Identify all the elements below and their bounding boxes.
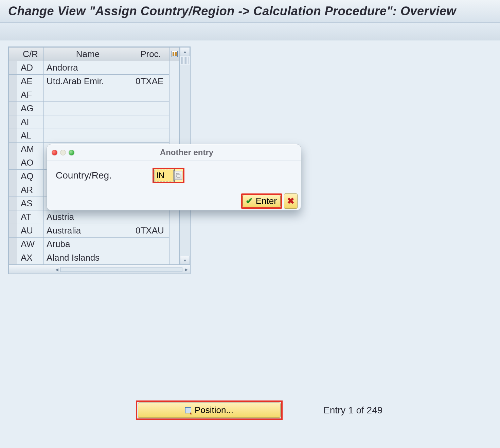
value-help-button[interactable] xyxy=(174,171,182,180)
cell-name[interactable] xyxy=(44,115,132,129)
enter-button-label: Enter xyxy=(256,196,277,206)
position-button[interactable]: Position... xyxy=(138,403,281,418)
toolbar xyxy=(0,23,500,40)
row-selector[interactable] xyxy=(9,170,17,183)
entry-status: Entry 1 of 249 xyxy=(323,405,382,416)
cell-proc[interactable] xyxy=(132,210,169,224)
cell-proc[interactable]: 0TXAU xyxy=(132,224,169,238)
page-title: Change View "Assign Country/Region -> Ca… xyxy=(0,0,500,23)
another-entry-dialog: Another entry Country/Reg. ✔ Enter ✖ xyxy=(47,144,301,210)
table-row[interactable]: AXAland Islands xyxy=(9,251,180,265)
row-selector[interactable] xyxy=(9,75,17,88)
row-selector[interactable] xyxy=(9,129,17,143)
cell-name[interactable]: Aruba xyxy=(44,238,132,251)
enter-button[interactable]: ✔ Enter xyxy=(243,195,281,207)
cell-cr[interactable]: AE xyxy=(17,75,44,88)
cell-cr[interactable]: AW xyxy=(17,238,44,251)
cell-proc[interactable] xyxy=(132,129,169,143)
table-row[interactable]: AWAruba xyxy=(9,238,180,251)
country-reg-label: Country/Reg. xyxy=(56,170,112,181)
horizontal-scrollbar[interactable]: ◂ ▸ xyxy=(9,265,190,274)
col-name[interactable]: Name xyxy=(44,48,132,61)
row-selector[interactable] xyxy=(9,183,17,197)
row-selector[interactable] xyxy=(9,115,17,129)
row-selector[interactable] xyxy=(9,156,17,170)
scroll-left-icon[interactable]: ◂ xyxy=(53,266,60,273)
table-row[interactable]: AI xyxy=(9,115,180,129)
cell-name[interactable] xyxy=(44,129,132,143)
dialog-title: Another entry xyxy=(77,148,296,157)
table-row[interactable]: AUAustralia0TXAU xyxy=(9,224,180,238)
cell-cr[interactable]: AX xyxy=(17,251,44,265)
table-config-icon xyxy=(172,51,178,57)
row-selector[interactable] xyxy=(9,88,17,102)
row-selector[interactable] xyxy=(9,61,17,75)
value-help-icon xyxy=(176,173,181,178)
col-select[interactable] xyxy=(9,48,17,61)
cell-cr[interactable]: AQ xyxy=(17,170,44,183)
cell-cr[interactable]: AU xyxy=(17,224,44,238)
cell-name[interactable] xyxy=(44,88,132,102)
scroll-up-icon[interactable]: ▴ xyxy=(180,47,190,56)
table-row[interactable]: ATAustria xyxy=(9,210,180,224)
col-cr[interactable]: C/R xyxy=(17,48,44,61)
hscroll-track[interactable] xyxy=(60,267,182,272)
cancel-button[interactable]: ✖ xyxy=(284,193,298,209)
cell-proc[interactable] xyxy=(132,88,169,102)
table-row[interactable]: AF xyxy=(9,88,180,102)
cell-cr[interactable]: AS xyxy=(17,197,44,210)
cell-name[interactable]: Aland Islands xyxy=(44,251,132,265)
svg-rect-1 xyxy=(177,174,180,178)
cell-name[interactable]: Utd.Arab Emir. xyxy=(44,75,132,88)
row-selector[interactable] xyxy=(9,143,17,156)
cell-name[interactable] xyxy=(44,102,132,115)
table-config-button[interactable] xyxy=(169,48,180,61)
row-selector[interactable] xyxy=(9,197,17,210)
position-button-label: Position... xyxy=(195,405,233,415)
row-selector[interactable] xyxy=(9,251,17,265)
cell-cr[interactable]: AR xyxy=(17,183,44,197)
country-reg-input[interactable] xyxy=(155,170,174,181)
col-proc[interactable]: Proc. xyxy=(132,48,169,61)
cell-name[interactable]: Australia xyxy=(44,224,132,238)
cell-proc[interactable] xyxy=(132,102,169,115)
cell-proc[interactable] xyxy=(132,238,169,251)
window-minimize-icon xyxy=(60,150,66,155)
row-selector[interactable] xyxy=(9,224,17,238)
cell-cr[interactable]: AF xyxy=(17,88,44,102)
cell-name[interactable]: Austria xyxy=(44,210,132,224)
cell-cr[interactable]: AO xyxy=(17,156,44,170)
cell-cr[interactable]: AI xyxy=(17,115,44,129)
scroll-down-icon[interactable]: ▾ xyxy=(180,256,190,265)
scroll-thumb[interactable] xyxy=(181,57,189,64)
cell-cr[interactable]: AT xyxy=(17,210,44,224)
cell-cr[interactable]: AM xyxy=(17,143,44,156)
cancel-icon: ✖ xyxy=(287,196,294,206)
cell-cr[interactable]: AD xyxy=(17,61,44,75)
row-selector[interactable] xyxy=(9,210,17,224)
cell-proc[interactable] xyxy=(132,115,169,129)
scroll-right-icon[interactable]: ▸ xyxy=(182,266,190,273)
table-row[interactable]: AEUtd.Arab Emir.0TXAE xyxy=(9,75,180,88)
window-close-icon[interactable] xyxy=(52,150,57,155)
row-selector[interactable] xyxy=(9,102,17,115)
cell-cr[interactable]: AG xyxy=(17,102,44,115)
window-zoom-icon[interactable] xyxy=(69,150,74,155)
check-icon: ✔ xyxy=(246,196,253,206)
table-row[interactable]: AG xyxy=(9,102,180,115)
cell-proc[interactable] xyxy=(132,61,169,75)
cell-cr[interactable]: AL xyxy=(17,129,44,143)
cell-proc[interactable]: 0TXAE xyxy=(132,75,169,88)
row-selector[interactable] xyxy=(9,238,17,251)
table-row[interactable]: AL xyxy=(9,129,180,143)
cell-name[interactable]: Andorra xyxy=(44,61,132,75)
position-icon xyxy=(185,407,191,413)
table-row[interactable]: ADAndorra xyxy=(9,61,180,75)
cell-proc[interactable] xyxy=(132,251,169,265)
